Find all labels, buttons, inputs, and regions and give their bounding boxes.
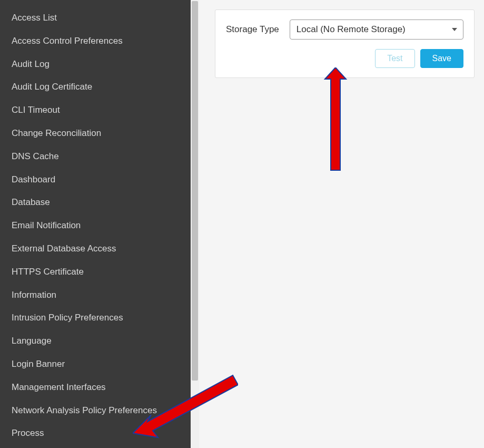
sidebar-item-label: Audit Log	[12, 59, 50, 69]
sidebar-item-label: DNS Cache	[12, 151, 59, 161]
sidebar-item-cli-timeout[interactable]: CLI Timeout	[0, 99, 191, 122]
sidebar-item-label: Audit Log Certificate	[12, 82, 92, 92]
sidebar-item-rest-api-preferences[interactable]: REST API Preferences	[0, 445, 191, 448]
sidebar-item-label: Dashboard	[12, 174, 55, 184]
storage-type-row: Storage Type Local (No Remote Storage)	[226, 20, 463, 40]
sidebar-item-label: Information	[12, 290, 56, 300]
sidebar-item-audit-log-certificate[interactable]: Audit Log Certificate	[0, 75, 191, 99]
sidebar-item-external-database-access[interactable]: External Database Access	[0, 237, 191, 260]
scrollbar-thumb[interactable]	[192, 1, 198, 381]
sidebar-item-label: Email Notification	[12, 220, 81, 230]
sidebar-item-label: Access List	[12, 13, 57, 23]
storage-type-value: Local (No Remote Storage)	[297, 24, 406, 35]
storage-type-select-wrapper: Local (No Remote Storage)	[290, 20, 463, 40]
sidebar-item-label: Process	[12, 428, 44, 438]
sidebar-item-https-certificate[interactable]: HTTPS Certificate	[0, 260, 191, 284]
sidebar-item-label: CLI Timeout	[12, 105, 60, 115]
sidebar-item-audit-log[interactable]: Audit Log	[0, 53, 191, 76]
sidebar-item-login-banner[interactable]: Login Banner	[0, 353, 191, 376]
sidebar: Access ListAccess Control PreferencesAud…	[0, 0, 191, 448]
sidebar-item-database[interactable]: Database	[0, 191, 191, 214]
sidebar-item-access-control-preferences[interactable]: Access Control Preferences	[0, 30, 191, 53]
sidebar-item-process[interactable]: Process	[0, 422, 191, 445]
sidebar-item-language[interactable]: Language	[0, 329, 191, 353]
sidebar-item-dashboard[interactable]: Dashboard	[0, 168, 191, 191]
sidebar-item-label: Access Control Preferences	[12, 36, 123, 46]
sidebar-item-access-list[interactable]: Access List	[0, 6, 191, 30]
storage-settings-panel: Storage Type Local (No Remote Storage) T…	[215, 9, 475, 78]
storage-type-select[interactable]: Local (No Remote Storage)	[290, 20, 463, 40]
sidebar-item-intrusion-policy-preferences[interactable]: Intrusion Policy Preferences	[0, 306, 191, 329]
sidebar-item-management-interfaces[interactable]: Management Interfaces	[0, 376, 191, 399]
main-content: Storage Type Local (No Remote Storage) T…	[199, 0, 484, 448]
save-button[interactable]: Save	[420, 49, 463, 68]
sidebar-item-label: Database	[12, 197, 50, 207]
sidebar-item-dns-cache[interactable]: DNS Cache	[0, 145, 191, 168]
storage-type-label: Storage Type	[226, 24, 279, 35]
sidebar-scrollbar[interactable]	[191, 0, 199, 448]
sidebar-item-label: Network Analysis Policy Preferences	[12, 405, 157, 415]
sidebar-item-network-analysis-policy-preferences[interactable]: Network Analysis Policy Preferences	[0, 399, 191, 422]
button-row: Test Save	[226, 49, 463, 68]
sidebar-item-label: HTTPS Certificate	[12, 267, 84, 277]
sidebar-wrapper: Access ListAccess Control PreferencesAud…	[0, 0, 199, 448]
sidebar-item-label: Language	[12, 336, 52, 346]
sidebar-item-email-notification[interactable]: Email Notification	[0, 214, 191, 237]
sidebar-item-label: Intrusion Policy Preferences	[12, 313, 123, 323]
test-button[interactable]: Test	[375, 49, 414, 68]
sidebar-item-label: Change Reconciliation	[12, 128, 101, 138]
sidebar-item-label: Login Banner	[12, 359, 65, 369]
sidebar-item-change-reconciliation[interactable]: Change Reconciliation	[0, 122, 191, 145]
sidebar-item-information[interactable]: Information	[0, 284, 191, 307]
sidebar-item-label: Management Interfaces	[12, 382, 106, 392]
sidebar-item-label: External Database Access	[12, 244, 116, 254]
